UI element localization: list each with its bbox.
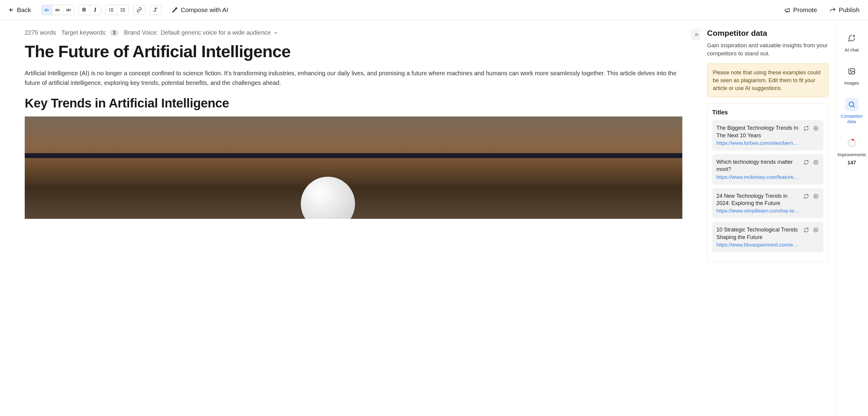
refresh-icon [804,227,809,233]
competitor-title-url: https://www.bbvaopenmind.com/en/t... [716,242,800,248]
svg-point-7 [121,10,121,10]
list-group [105,5,129,15]
bullet-list-button[interactable] [117,5,129,15]
add-button[interactable] [812,193,819,200]
collapse-panel-button[interactable] [691,29,701,40]
meta-row: 2275 words Target keywords: 3 Brand Voic… [25,29,682,36]
rail-images[interactable]: Images [838,63,865,88]
plus-circle-icon [813,126,818,131]
brand-voice-selector[interactable]: Brand Voice: Default generic voice for a… [124,29,278,36]
target-kw-badge: 3 [110,30,119,36]
plagiarism-warning: Please note that using these examples co… [707,64,829,97]
competitor-title-url: https://www.mckinsey.com/featured-i... [716,174,800,180]
promote-button[interactable]: Promote [784,6,817,13]
svg-point-14 [850,70,851,71]
plus-circle-icon [813,194,818,199]
refresh-button[interactable] [803,159,809,166]
rail-improvements-count: 147 [847,160,856,166]
right-rail: AI chat Images Competitor data Improveme… [835,20,868,415]
search-icon [848,101,856,108]
refresh-button[interactable] [803,227,809,233]
image-icon [848,67,856,75]
refresh-icon [804,160,809,165]
megaphone-icon [784,7,790,13]
article-intro[interactable]: Artificial Intelligence (AI) is no longe… [25,68,682,88]
competitor-title-text: The Biggest Technology Trends In The Nex… [716,124,800,139]
ordered-list-icon [108,7,114,13]
article-image[interactable] [25,116,682,219]
arrow-left-icon [8,7,14,13]
svg-point-6 [121,8,121,9]
word-count: 2275 words [25,29,56,36]
plus-circle-icon [813,160,818,165]
sparkle-pen-icon [172,7,178,13]
panel-title: Competitor data [707,29,829,38]
refresh-button[interactable] [803,125,809,132]
competitor-title-text: 24 New Technology Trends in 2024: Explor… [716,192,800,207]
editor-pane: 2275 words Target keywords: 3 Brand Voic… [0,20,701,415]
refresh-icon [804,194,809,199]
h1-button[interactable]: H1 [41,5,53,15]
top-toolbar: Back H1 H2 H3 B I Compose with AI Promot… [0,0,868,20]
chat-sparkle-icon [848,34,856,42]
publish-button[interactable]: Publish [830,6,860,13]
share-arrow-icon [830,7,836,13]
competitor-panel: Competitor data Gain inspiration and val… [701,20,835,415]
plus-circle-icon [813,227,818,233]
competitor-title-item[interactable]: The Biggest Technology Trends In The Nex… [712,120,824,150]
link-button[interactable] [133,5,145,15]
competitor-title-url: https://www.forbes.com/sites/bernar... [716,140,800,146]
rail-improvements-label: Improvements [837,152,866,158]
svg-rect-13 [849,69,855,74]
progress-donut-icon [847,139,856,147]
competitor-title-item[interactable]: 24 New Technology Trends in 2024: Explor… [712,188,824,218]
refresh-button[interactable] [803,193,809,200]
link-icon [136,7,142,13]
competitor-title-text: Which technology trends matter most? [716,158,800,173]
clear-format-button[interactable] [150,5,161,15]
brand-voice-value: Default generic voice for a wide audienc… [161,29,271,36]
target-kw-label: Target keywords: [61,29,107,36]
chevron-down-icon [273,30,278,35]
publish-label: Publish [839,6,860,13]
competitor-title-url: https://www.simplilearn.com/top-tech... [716,208,800,214]
rail-images-label: Images [844,80,859,86]
ordered-list-button[interactable] [105,5,117,15]
competitor-title-item[interactable]: 10 Strategic Technological Trends Shapin… [712,222,824,252]
add-button[interactable] [812,227,819,233]
bullet-list-icon [120,7,126,13]
svg-point-8 [121,11,121,12]
rail-competitor-data[interactable]: Competitor data [838,96,865,126]
rail-ai-chat[interactable]: AI chat [838,30,865,55]
titles-card: Titles The Biggest Technology Trends In … [707,103,829,261]
add-button[interactable] [812,125,819,132]
competitor-title-item[interactable]: Which technology trends matter most? htt… [712,154,824,184]
h3-button[interactable]: H3 [63,5,74,15]
rail-competitor-label: Competitor data [840,113,864,124]
promote-label: Promote [793,6,817,13]
refresh-icon [804,126,809,131]
panel-subtitle: Gain inspiration and valuable insights f… [707,41,829,58]
compose-ai-button[interactable]: Compose with AI [172,6,228,13]
format-group: B I [79,5,101,15]
back-button[interactable]: Back [8,6,31,13]
compose-label: Compose with AI [181,6,228,13]
target-keywords[interactable]: Target keywords: 3 [61,29,119,36]
competitor-title-text: 10 Strategic Technological Trends Shapin… [716,226,800,241]
brand-voice-label: Brand Voice: [124,29,158,36]
clear-format-icon [153,7,158,13]
heading-group: H1 H2 H3 [41,5,74,15]
italic-button[interactable]: I [90,5,101,15]
bold-button[interactable]: B [79,5,90,15]
rail-improvements[interactable]: Improvements 147 [838,135,865,168]
article-title[interactable]: The Future of Artificial Intelligence [25,42,682,61]
svg-point-15 [849,102,854,106]
article-h2[interactable]: Key Trends in Artificial Intelligence [25,96,682,110]
add-button[interactable] [812,159,819,166]
rail-ai-chat-label: AI chat [845,47,859,53]
titles-heading: Titles [712,109,824,116]
chevrons-right-icon [693,32,699,37]
back-label: Back [17,6,31,13]
h2-button[interactable]: H2 [53,5,63,15]
